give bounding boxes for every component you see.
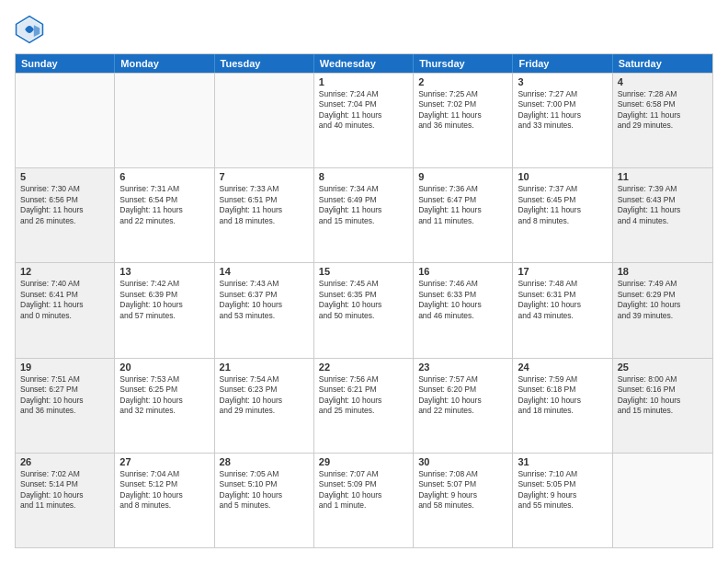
cal-cell: 8Sunrise: 7:34 AM Sunset: 6:49 PM Daylig… bbox=[314, 168, 414, 262]
cal-cell: 4Sunrise: 7:28 AM Sunset: 6:58 PM Daylig… bbox=[613, 74, 712, 167]
day-number: 5 bbox=[20, 171, 109, 182]
cal-cell: 20Sunrise: 7:53 AM Sunset: 6:25 PM Dayli… bbox=[115, 359, 214, 453]
day-number: 23 bbox=[418, 362, 507, 373]
day-number: 31 bbox=[518, 456, 607, 467]
cell-info: Sunrise: 7:02 AM Sunset: 5:14 PM Dayligh… bbox=[20, 469, 109, 511]
day-number: 15 bbox=[319, 266, 408, 277]
day-header-friday: Friday bbox=[513, 54, 612, 73]
cell-info: Sunrise: 7:56 AM Sunset: 6:21 PM Dayligh… bbox=[319, 374, 408, 417]
cell-info: Sunrise: 7:37 AM Sunset: 6:45 PM Dayligh… bbox=[518, 184, 607, 226]
cell-info: Sunrise: 7:07 AM Sunset: 5:09 PM Dayligh… bbox=[319, 469, 408, 511]
cal-cell: 30Sunrise: 7:08 AM Sunset: 5:07 PM Dayli… bbox=[414, 454, 513, 547]
day-number: 16 bbox=[418, 266, 507, 277]
cell-info: Sunrise: 7:10 AM Sunset: 5:05 PM Dayligh… bbox=[518, 469, 607, 511]
cal-cell: 7Sunrise: 7:33 AM Sunset: 6:51 PM Daylig… bbox=[215, 168, 314, 262]
cal-cell: 17Sunrise: 7:48 AM Sunset: 6:31 PM Dayli… bbox=[513, 263, 612, 357]
cal-cell: 13Sunrise: 7:42 AM Sunset: 6:39 PM Dayli… bbox=[115, 263, 214, 357]
cell-info: Sunrise: 7:53 AM Sunset: 6:25 PM Dayligh… bbox=[119, 374, 209, 417]
cal-cell: 22Sunrise: 7:56 AM Sunset: 6:21 PM Dayli… bbox=[314, 359, 414, 453]
logo bbox=[15, 15, 48, 44]
cell-info: Sunrise: 7:34 AM Sunset: 6:49 PM Dayligh… bbox=[319, 184, 408, 226]
cell-info: Sunrise: 7:48 AM Sunset: 6:31 PM Dayligh… bbox=[518, 279, 607, 321]
cell-info: Sunrise: 7:08 AM Sunset: 5:07 PM Dayligh… bbox=[418, 469, 507, 511]
cell-info: Sunrise: 7:33 AM Sunset: 6:51 PM Dayligh… bbox=[220, 184, 309, 226]
cell-info: Sunrise: 7:49 AM Sunset: 6:29 PM Dayligh… bbox=[618, 279, 708, 321]
day-header-thursday: Thursday bbox=[414, 54, 513, 73]
cal-cell: 14Sunrise: 7:43 AM Sunset: 6:37 PM Dayli… bbox=[215, 263, 314, 357]
day-number: 22 bbox=[319, 362, 408, 373]
cell-info: Sunrise: 8:00 AM Sunset: 6:16 PM Dayligh… bbox=[618, 374, 708, 417]
header bbox=[15, 15, 713, 44]
cal-cell bbox=[16, 74, 115, 167]
cal-cell: 27Sunrise: 7:04 AM Sunset: 5:12 PM Dayli… bbox=[115, 454, 214, 547]
day-number: 2 bbox=[418, 76, 507, 87]
week-row-1: 5Sunrise: 7:30 AM Sunset: 6:56 PM Daylig… bbox=[16, 167, 712, 262]
cal-cell: 18Sunrise: 7:49 AM Sunset: 6:29 PM Dayli… bbox=[613, 263, 712, 357]
page: SundayMondayTuesdayWednesdayThursdayFrid… bbox=[0, 0, 728, 563]
cal-cell: 12Sunrise: 7:40 AM Sunset: 6:41 PM Dayli… bbox=[16, 263, 115, 357]
cal-cell: 3Sunrise: 7:27 AM Sunset: 7:00 PM Daylig… bbox=[513, 74, 612, 167]
day-number: 19 bbox=[20, 362, 109, 373]
day-number: 25 bbox=[618, 362, 708, 373]
calendar-body: 1Sunrise: 7:24 AM Sunset: 7:04 PM Daylig… bbox=[16, 73, 712, 547]
cell-info: Sunrise: 7:42 AM Sunset: 6:39 PM Dayligh… bbox=[119, 279, 209, 321]
week-row-3: 19Sunrise: 7:51 AM Sunset: 6:27 PM Dayli… bbox=[16, 358, 712, 453]
day-header-tuesday: Tuesday bbox=[215, 54, 314, 73]
day-header-saturday: Saturday bbox=[613, 54, 712, 73]
day-number: 17 bbox=[518, 266, 607, 277]
cell-info: Sunrise: 7:39 AM Sunset: 6:43 PM Dayligh… bbox=[618, 184, 708, 226]
cell-info: Sunrise: 7:59 AM Sunset: 6:18 PM Dayligh… bbox=[518, 374, 607, 417]
day-header-monday: Monday bbox=[115, 54, 214, 73]
day-number: 6 bbox=[119, 171, 209, 182]
day-number: 29 bbox=[319, 456, 408, 467]
cell-info: Sunrise: 7:51 AM Sunset: 6:27 PM Dayligh… bbox=[20, 374, 109, 417]
day-number: 14 bbox=[220, 266, 309, 277]
cal-cell: 23Sunrise: 7:57 AM Sunset: 6:20 PM Dayli… bbox=[414, 359, 513, 453]
cell-info: Sunrise: 7:57 AM Sunset: 6:20 PM Dayligh… bbox=[418, 374, 507, 417]
cell-info: Sunrise: 7:05 AM Sunset: 5:10 PM Dayligh… bbox=[220, 469, 309, 511]
calendar: SundayMondayTuesdayWednesdayThursdayFrid… bbox=[15, 53, 713, 548]
cell-info: Sunrise: 7:27 AM Sunset: 7:00 PM Dayligh… bbox=[518, 89, 607, 132]
day-number: 8 bbox=[319, 171, 408, 182]
day-number: 26 bbox=[20, 456, 109, 467]
cell-info: Sunrise: 7:45 AM Sunset: 6:35 PM Dayligh… bbox=[319, 279, 408, 321]
cal-cell: 16Sunrise: 7:46 AM Sunset: 6:33 PM Dayli… bbox=[414, 263, 513, 357]
cal-cell: 29Sunrise: 7:07 AM Sunset: 5:09 PM Dayli… bbox=[314, 454, 414, 547]
day-number: 3 bbox=[518, 76, 607, 87]
cell-info: Sunrise: 7:36 AM Sunset: 6:47 PM Dayligh… bbox=[418, 184, 507, 226]
calendar-header: SundayMondayTuesdayWednesdayThursdayFrid… bbox=[16, 54, 712, 73]
cal-cell: 5Sunrise: 7:30 AM Sunset: 6:56 PM Daylig… bbox=[16, 168, 115, 262]
cell-info: Sunrise: 7:25 AM Sunset: 7:02 PM Dayligh… bbox=[418, 89, 507, 132]
cal-cell: 10Sunrise: 7:37 AM Sunset: 6:45 PM Dayli… bbox=[513, 168, 612, 262]
day-header-wednesday: Wednesday bbox=[314, 54, 414, 73]
cell-info: Sunrise: 7:04 AM Sunset: 5:12 PM Dayligh… bbox=[119, 469, 209, 511]
cal-cell: 2Sunrise: 7:25 AM Sunset: 7:02 PM Daylig… bbox=[414, 74, 513, 167]
logo-icon bbox=[15, 15, 44, 44]
week-row-2: 12Sunrise: 7:40 AM Sunset: 6:41 PM Dayli… bbox=[16, 262, 712, 357]
cal-cell: 6Sunrise: 7:31 AM Sunset: 6:54 PM Daylig… bbox=[115, 168, 214, 262]
day-number: 9 bbox=[418, 171, 507, 182]
day-number: 21 bbox=[220, 362, 309, 373]
day-number: 13 bbox=[119, 266, 209, 277]
day-number: 4 bbox=[618, 76, 708, 87]
cal-cell: 26Sunrise: 7:02 AM Sunset: 5:14 PM Dayli… bbox=[16, 454, 115, 547]
cal-cell bbox=[115, 74, 214, 167]
day-header-sunday: Sunday bbox=[16, 54, 115, 73]
day-number: 28 bbox=[220, 456, 309, 467]
cal-cell: 25Sunrise: 8:00 AM Sunset: 6:16 PM Dayli… bbox=[613, 359, 712, 453]
cal-cell: 19Sunrise: 7:51 AM Sunset: 6:27 PM Dayli… bbox=[16, 359, 115, 453]
cell-info: Sunrise: 7:28 AM Sunset: 6:58 PM Dayligh… bbox=[618, 89, 708, 132]
cal-cell: 9Sunrise: 7:36 AM Sunset: 6:47 PM Daylig… bbox=[414, 168, 513, 262]
day-number: 27 bbox=[119, 456, 209, 467]
cell-info: Sunrise: 7:46 AM Sunset: 6:33 PM Dayligh… bbox=[418, 279, 507, 321]
day-number: 24 bbox=[518, 362, 607, 373]
cal-cell: 31Sunrise: 7:10 AM Sunset: 5:05 PM Dayli… bbox=[513, 454, 612, 547]
cal-cell: 24Sunrise: 7:59 AM Sunset: 6:18 PM Dayli… bbox=[513, 359, 612, 453]
cal-cell: 11Sunrise: 7:39 AM Sunset: 6:43 PM Dayli… bbox=[613, 168, 712, 262]
cell-info: Sunrise: 7:43 AM Sunset: 6:37 PM Dayligh… bbox=[220, 279, 309, 321]
cell-info: Sunrise: 7:24 AM Sunset: 7:04 PM Dayligh… bbox=[319, 89, 408, 132]
cal-cell: 28Sunrise: 7:05 AM Sunset: 5:10 PM Dayli… bbox=[215, 454, 314, 547]
cell-info: Sunrise: 7:31 AM Sunset: 6:54 PM Dayligh… bbox=[119, 184, 209, 226]
day-number: 1 bbox=[319, 76, 408, 87]
cal-cell bbox=[613, 454, 712, 547]
